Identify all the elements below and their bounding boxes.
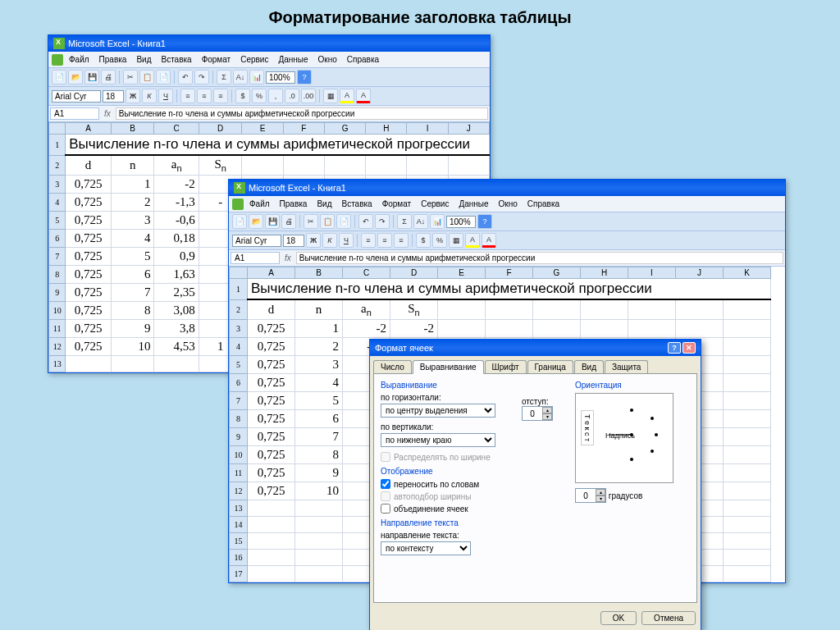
menu-tools[interactable]: Сервис bbox=[417, 198, 453, 210]
col-E[interactable]: E bbox=[438, 267, 486, 279]
name-box[interactable]: A1 bbox=[50, 107, 99, 120]
cell[interactable]: 2,35 bbox=[154, 284, 199, 302]
cell[interactable]: 0,725 bbox=[66, 194, 112, 212]
copy-icon[interactable]: 📋 bbox=[320, 214, 335, 229]
row-header[interactable]: 17 bbox=[230, 566, 248, 582]
sum-icon[interactable]: Σ bbox=[217, 70, 231, 84]
dialog-titlebar[interactable]: Формат ячеек?✕ bbox=[370, 340, 701, 356]
hdr-an[interactable]: an bbox=[343, 299, 390, 320]
col-D[interactable]: D bbox=[199, 123, 242, 135]
menu-insert[interactable]: Вставка bbox=[157, 53, 195, 66]
row-header[interactable]: 3 bbox=[49, 176, 66, 194]
align-left-icon[interactable]: ≡ bbox=[361, 233, 376, 248]
cell[interactable]: 0,18 bbox=[154, 230, 199, 248]
row-header[interactable]: 16 bbox=[230, 550, 248, 566]
row-header[interactable]: 11 bbox=[230, 464, 248, 482]
cell[interactable]: 2 bbox=[295, 338, 343, 356]
menu-edit[interactable]: Правка bbox=[276, 198, 312, 210]
font-color-icon[interactable]: A bbox=[482, 233, 496, 248]
h-align-select[interactable]: по центру выделения bbox=[381, 404, 495, 418]
menu-window[interactable]: Окно bbox=[495, 198, 522, 210]
fx-icon[interactable]: fx bbox=[99, 109, 116, 118]
font-color-icon[interactable]: A bbox=[356, 89, 371, 103]
col-F[interactable]: F bbox=[283, 123, 324, 135]
currency-icon[interactable]: $ bbox=[235, 89, 250, 103]
redo-icon[interactable]: ↷ bbox=[194, 70, 209, 84]
col-H[interactable]: H bbox=[366, 123, 407, 135]
cell[interactable]: 7 bbox=[295, 428, 343, 446]
cell[interactable]: 0,725 bbox=[66, 320, 112, 338]
tab-number[interactable]: Число bbox=[373, 360, 412, 374]
row-header[interactable]: 5 bbox=[49, 212, 66, 230]
chart-icon[interactable]: 📊 bbox=[430, 214, 445, 229]
help-icon[interactable]: ? bbox=[297, 70, 312, 84]
align-right-icon[interactable]: ≡ bbox=[213, 89, 228, 103]
row-header[interactable]: 12 bbox=[230, 482, 248, 500]
menu-help[interactable]: Справка bbox=[343, 53, 383, 66]
cell[interactable]: 0,725 bbox=[248, 482, 295, 500]
new-icon[interactable]: 📄 bbox=[232, 214, 247, 229]
row-header[interactable]: 11 bbox=[49, 320, 66, 338]
font-name-box[interactable]: Arial Cyr bbox=[232, 235, 281, 247]
align-center-icon[interactable]: ≡ bbox=[197, 89, 212, 103]
font-size-box[interactable]: 18 bbox=[103, 90, 124, 103]
cell[interactable]: 5 bbox=[295, 392, 343, 410]
app-menu-icon[interactable] bbox=[232, 199, 244, 210]
row-header[interactable]: 6 bbox=[230, 374, 248, 392]
menu-file[interactable]: Файл bbox=[245, 198, 274, 210]
sort-icon[interactable]: A↓ bbox=[413, 214, 428, 229]
copy-icon[interactable]: 📋 bbox=[139, 70, 154, 84]
cell[interactable]: 0,9 bbox=[154, 248, 199, 266]
cancel-button[interactable]: Отмена bbox=[641, 611, 696, 625]
chart-icon[interactable]: 📊 bbox=[249, 70, 264, 84]
row-header[interactable]: 9 bbox=[230, 428, 248, 446]
titlebar[interactable]: Microsoft Excel - Книга1 bbox=[48, 35, 490, 52]
col-H[interactable]: H bbox=[581, 267, 628, 279]
orientation-control[interactable]: Т е к с т Надпись bbox=[575, 393, 673, 483]
cell[interactable]: 0,725 bbox=[248, 392, 295, 410]
spin-up-icon[interactable]: ▴ bbox=[596, 489, 605, 495]
cell[interactable]: 7 bbox=[111, 284, 154, 302]
row-header[interactable]: 7 bbox=[49, 248, 66, 266]
hdr-an[interactable]: an bbox=[154, 155, 199, 176]
menu-file[interactable]: Файл bbox=[65, 53, 94, 66]
cell[interactable]: 1,63 bbox=[154, 266, 199, 284]
spin-down-icon[interactable]: ▾ bbox=[542, 413, 552, 420]
align-right-icon[interactable]: ≡ bbox=[394, 233, 409, 248]
hdr-d[interactable]: d bbox=[66, 155, 112, 176]
cell[interactable]: 0,725 bbox=[66, 248, 112, 266]
hdr-n[interactable]: n bbox=[295, 299, 343, 320]
formula-input[interactable]: Вычисление n-го члена и суммы арифметиче… bbox=[296, 252, 783, 264]
col-B[interactable]: B bbox=[111, 123, 154, 135]
cell[interactable]: 3,08 bbox=[154, 302, 199, 320]
menu-view[interactable]: Вид bbox=[132, 53, 155, 66]
menu-format[interactable]: Формат bbox=[198, 53, 235, 66]
name-box[interactable]: A1 bbox=[231, 252, 280, 264]
col-D[interactable]: D bbox=[390, 267, 438, 279]
formula-input[interactable]: Вычисление n-го члена и суммы арифметиче… bbox=[116, 107, 488, 120]
v-align-select[interactable]: по нижнему краю bbox=[381, 433, 495, 447]
menu-data[interactable]: Данные bbox=[274, 53, 312, 66]
cell[interactable]: 3,8 bbox=[154, 320, 199, 338]
align-center-icon[interactable]: ≡ bbox=[377, 233, 392, 248]
font-name-box[interactable]: Arial Cyr bbox=[52, 90, 101, 103]
cell[interactable]: -0,6 bbox=[154, 212, 199, 230]
save-icon[interactable]: 💾 bbox=[84, 70, 99, 84]
col-G[interactable]: G bbox=[533, 267, 581, 279]
row-1[interactable]: 1 bbox=[49, 135, 66, 156]
cell[interactable]: 3 bbox=[295, 356, 343, 374]
cell[interactable]: 0,725 bbox=[248, 428, 295, 446]
underline-icon[interactable]: Ч bbox=[339, 233, 354, 248]
italic-icon[interactable]: К bbox=[142, 89, 157, 103]
fill-color-icon[interactable]: A bbox=[465, 233, 480, 248]
hdr-n[interactable]: n bbox=[111, 155, 154, 176]
col-K[interactable]: K bbox=[724, 267, 771, 279]
row-header[interactable]: 7 bbox=[230, 392, 248, 410]
cell[interactable]: 9 bbox=[111, 320, 154, 338]
textdir-select[interactable]: по контексту bbox=[381, 541, 471, 555]
cell[interactable]: 0,725 bbox=[66, 338, 112, 356]
cell[interactable]: 10 bbox=[111, 338, 154, 356]
zoom-box[interactable]: 100% bbox=[446, 216, 476, 228]
col-C[interactable]: C bbox=[343, 267, 390, 279]
tab-protect[interactable]: Защита bbox=[605, 360, 648, 374]
